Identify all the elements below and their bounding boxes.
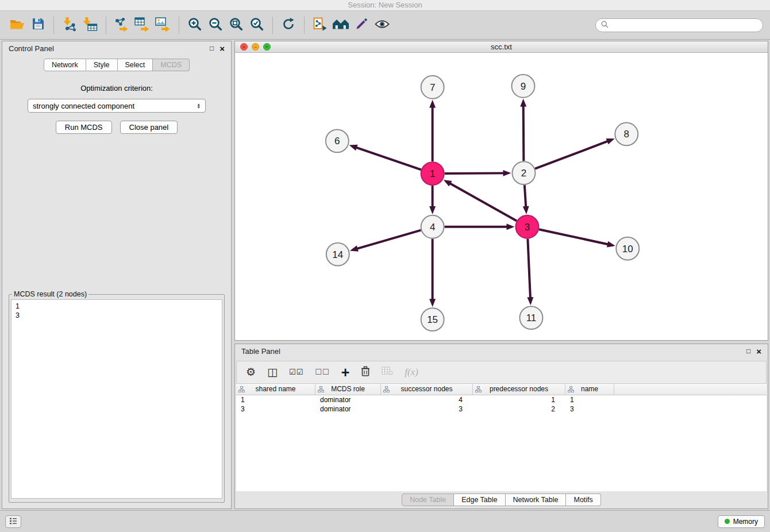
graph-node-1[interactable]: 1 [421,162,444,185]
clone-network-button[interactable] [310,16,330,35]
graph-node-label: 3 [525,222,530,233]
tab-select[interactable]: Select [118,59,153,71]
graph-node-6[interactable]: 6 [326,129,349,152]
search-box[interactable] [595,18,763,32]
control-panel-titlebar: Control Panel □ × [2,41,231,55]
network-graph: 7968124314101511 [235,53,768,340]
zoom-out-button[interactable] [205,16,226,35]
graph-node-11[interactable]: 11 [519,306,542,329]
table-panel-tabs: Node TableEdge TableNetwork TableMotifs [402,494,601,506]
zoom-in-button[interactable] [184,16,205,35]
graph-edge[interactable] [539,229,609,244]
graph-node-14[interactable]: 14 [326,243,349,266]
show-columns-button[interactable]: ◫ [267,367,278,378]
memory-button[interactable]: Memory [718,515,765,528]
show-hide-button[interactable] [372,16,392,35]
column-header-predecessor-nodes[interactable]: predecessor nodes [473,384,565,395]
tab-mcds[interactable]: MCDS [153,59,190,71]
network-canvas[interactable]: 7968124314101511 [235,53,768,340]
table-settings-button[interactable]: ⚙ [246,367,256,378]
save-session-button[interactable] [28,16,48,35]
graph-node-4[interactable]: 4 [421,215,444,238]
import-table-icon [83,17,98,34]
delete-column-button[interactable] [361,366,370,379]
graph-node-9[interactable]: 9 [511,75,534,98]
graph-edge[interactable] [449,183,517,221]
minimize-window-icon[interactable]: − [252,43,259,51]
export-table-icon [134,17,151,34]
graph-edge[interactable] [528,239,530,299]
export-network-button[interactable] [111,16,132,35]
graph-node-3[interactable]: 3 [515,215,538,238]
graph-node-15[interactable]: 15 [421,308,444,331]
table-row[interactable]: 1dominator411 [236,395,767,404]
tab-edge-table[interactable]: Edge Table [454,494,505,506]
refresh-view-button[interactable] [278,16,299,35]
tab-node-table[interactable]: Node Table [402,494,454,506]
graph-edge[interactable] [535,141,608,168]
tab-motifs[interactable]: Motifs [566,494,600,506]
home-views-button[interactable] [330,16,351,35]
column-header-name[interactable]: name [565,384,614,395]
float-window-icon[interactable]: □ [746,348,750,354]
delete-table-button[interactable] [382,367,393,378]
trash-icon [361,366,370,379]
main-toolbar [0,11,770,40]
close-window-icon[interactable]: × [240,43,248,51]
tab-network[interactable]: Network [44,59,86,71]
tab-network-table[interactable]: Network Table [506,494,567,506]
delete-table-icon [382,367,393,378]
graph-node-8[interactable]: 8 [615,123,638,146]
float-window-icon[interactable]: □ [210,45,214,52]
column-header-mcds-role[interactable]: MCDS role [315,384,381,395]
control-panel-title: Control Panel [9,44,54,53]
add-column-button[interactable]: + [341,367,350,378]
search-input[interactable] [611,21,757,29]
zoom-fit-button[interactable] [226,16,247,35]
graph-edge[interactable] [525,185,526,207]
home-houses-icon [332,18,349,33]
select-all-button[interactable]: ☑☑ [289,367,303,378]
graph-edge-arrowhead [429,206,436,214]
optimization-criterion-select[interactable]: strongly connected component ▲ ▼ [28,99,206,113]
export-table-button[interactable] [132,16,153,35]
window-title: Session: New Session [348,1,422,9]
table-row[interactable]: 3dominator323 [236,404,767,414]
graph-node-7[interactable]: 7 [421,76,444,99]
window-titlebar: Session: New Session [0,0,770,11]
import-table-button[interactable] [80,16,101,35]
network-window-title: scc.txt [491,43,512,51]
close-panel-icon[interactable]: × [220,45,225,52]
run-mcds-button[interactable]: Run MCDS [56,121,112,134]
memory-status-icon [725,519,730,524]
graph-edge[interactable] [523,106,524,161]
function-builder-button[interactable]: f(x) [405,367,418,378]
open-folder-icon [10,18,25,32]
deselect-all-icon: ☐☐ [315,367,329,378]
import-network-button[interactable] [59,16,80,35]
graph-node-label: 7 [430,82,435,93]
column-header-shared-name[interactable]: shared name [236,384,315,395]
column-header-successor-nodes[interactable]: successor nodes [381,384,473,395]
ui-settings-button[interactable] [5,515,21,528]
toolbar-separator [106,17,106,34]
export-image-button[interactable] [153,16,174,35]
close-panel-button[interactable]: Close panel [120,121,178,134]
graph-node-label: 6 [334,136,340,147]
tab-style[interactable]: Style [86,59,118,71]
table-cell: 1 [473,395,565,404]
graph-edge[interactable] [356,230,421,249]
graph-edge[interactable] [356,147,421,169]
open-session-button[interactable] [7,16,28,35]
style-pen-button[interactable] [351,16,372,35]
deselect-all-button[interactable]: ☐☐ [315,367,329,378]
close-panel-icon[interactable]: × [756,348,761,355]
graph-node-10[interactable]: 10 [616,237,639,260]
list-icon [9,516,17,527]
zoom-region-button[interactable] [247,16,267,35]
graph-edge[interactable] [445,173,505,174]
table-panel-titlebar: Table Panel □ × [235,344,768,358]
graph-node-label: 11 [526,313,537,323]
maximize-window-icon[interactable]: + [263,43,271,51]
graph-node-2[interactable]: 2 [512,161,535,184]
